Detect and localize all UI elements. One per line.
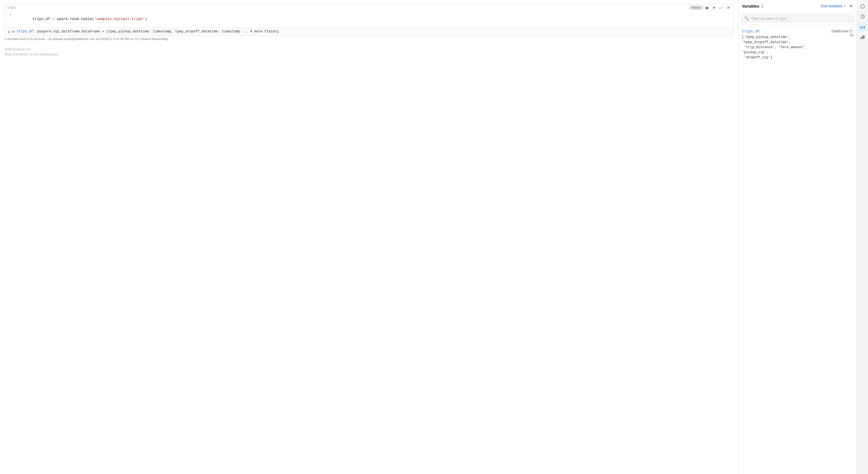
svg-rect-2 <box>862 36 863 39</box>
output-colon: : pyspark.sql.dataframe.DataFrame = [tpe… <box>33 30 279 34</box>
notebook-cell: Cmd 1 Python ▶ ▾ — ✕ 1 trips_df = spark.… <box>4 3 734 36</box>
hint-line-2: Shift+Ctrl+Enter to run selected text <box>4 53 734 56</box>
give-feedback-label: Give feedback <box>820 4 842 8</box>
cell-output: ▶ ⊟ trips_df: pyspark.sql.dataframe.Data… <box>5 28 734 36</box>
run-button[interactable]: ▶ <box>705 5 710 10</box>
notebook-area: Cmd 1 Python ▶ ▾ — ✕ 1 trips_df = spark.… <box>0 0 738 474</box>
variables-icon: {x} <box>860 25 865 29</box>
variable-type: DataFrame (?, 6) <box>831 29 853 37</box>
give-feedback-link[interactable]: Give feedback ↗ <box>820 4 846 8</box>
variable-value: ['tpep_pickup_datetime', 'tpep_dropoff_d… <box>742 35 831 60</box>
cmd-badge: Cmd 1 <box>7 5 16 10</box>
variables-label: Variables <box>742 4 760 8</box>
variable-details: trips_df ['tpep_pickup_datetime', 'tpep_… <box>742 29 831 60</box>
search-icon: 🔍 <box>744 16 749 21</box>
svg-rect-3 <box>864 35 864 39</box>
code-line[interactable]: trips_df = spark.read.table('samples.nyc… <box>15 13 147 25</box>
svg-rect-1 <box>861 37 862 39</box>
language-badge[interactable]: Python <box>689 5 703 10</box>
history-icon <box>860 14 865 20</box>
variables-icon-button[interactable]: {x} <box>858 23 867 32</box>
output-arrow: ▶ <box>8 30 10 34</box>
minimize-button[interactable]: — <box>718 5 724 10</box>
cell-toolbar-right: Python ▶ ▾ — ✕ <box>689 5 731 10</box>
close-cell-button[interactable]: ✕ <box>725 5 731 10</box>
code-paren: ) <box>145 17 147 21</box>
empty-cell-hint: Shift+Enter to run Shift+Ctrl+Enter to r… <box>0 43 738 62</box>
code-obj: spark.read.table( <box>57 17 94 21</box>
code-eq: = <box>53 17 57 21</box>
output-text: trips_df: pyspark.sql.dataframe.DataFram… <box>17 30 279 34</box>
code-var: trips_df <box>32 17 52 21</box>
cell-code-content: 1 trips_df = spark.read.table('samples.n… <box>5 10 734 28</box>
history-icon-button[interactable] <box>858 12 867 22</box>
search-input[interactable] <box>751 16 851 21</box>
cell-header: Cmd 1 Python ▶ ▾ — ✕ <box>5 4 734 10</box>
output-var-name: trips_df <box>17 30 33 34</box>
output-table-icon: ⊟ <box>12 30 14 34</box>
chat-icon <box>860 4 865 10</box>
right-sidebar: {x} <box>857 0 868 474</box>
variables-header-right: Give feedback ↗ ✕ <box>820 3 853 9</box>
variables-count: 1 <box>762 4 764 8</box>
variables-header: Variables 1 Give feedback ↗ ✕ <box>739 0 857 12</box>
variables-panel: Variables 1 Give feedback ↗ ✕ 🔍 trips_df… <box>738 0 857 474</box>
variable-name[interactable]: trips_df <box>742 29 831 34</box>
close-panel-button[interactable]: ✕ <box>848 3 853 9</box>
chart-icon <box>860 34 865 40</box>
command-status: Command took 0.15 seconds -- by jaipreet… <box>0 36 738 43</box>
code-string: 'samples.nyctaxi.trips' <box>94 17 145 21</box>
variable-value-text: ['tpep_pickup_datetime', 'tpep_dropoff_d… <box>742 35 807 60</box>
variables-list: trips_df ['tpep_pickup_datetime', 'tpep_… <box>739 25 857 474</box>
chart-icon-button[interactable] <box>858 33 867 42</box>
search-box: 🔍 <box>741 15 854 22</box>
chat-icon-button[interactable] <box>858 2 867 11</box>
external-link-icon: ↗ <box>843 4 846 8</box>
hint-line-1: Shift+Enter to run <box>4 47 734 51</box>
line-number: 1 <box>7 13 15 17</box>
variables-title: Variables 1 <box>742 4 764 8</box>
variables-search-area: 🔍 <box>739 12 857 25</box>
dropdown-button[interactable]: ▾ <box>712 5 716 10</box>
variable-item: trips_df ['tpep_pickup_datetime', 'tpep_… <box>742 28 853 62</box>
output-row: ▶ ⊟ trips_df: pyspark.sql.dataframe.Data… <box>8 30 730 34</box>
